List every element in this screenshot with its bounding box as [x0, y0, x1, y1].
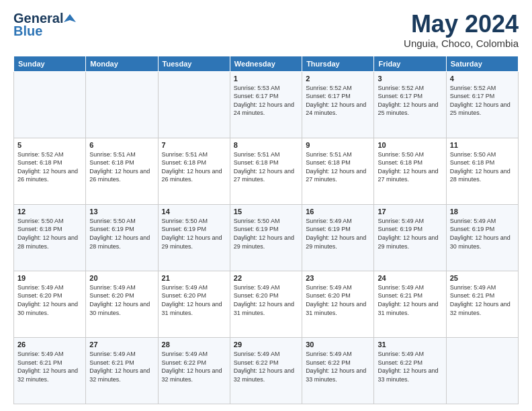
calendar-cell-4-2: 20 Sunrise: 5:49 AMSunset: 6:20 PMDaylig…: [86, 271, 158, 337]
calendar-cell-5-7: [446, 337, 518, 404]
day-number: 15: [234, 208, 298, 216]
calendar-week-3: 12 Sunrise: 5:50 AMSunset: 6:18 PMDaylig…: [14, 204, 519, 271]
calendar-week-1: 1 Sunrise: 5:53 AMSunset: 6:17 PMDayligh…: [14, 71, 519, 138]
day-number: 2: [306, 75, 370, 83]
day-info: Sunrise: 5:49 AMSunset: 6:20 PMDaylight:…: [89, 283, 154, 317]
day-info: Sunrise: 5:51 AMSunset: 6:18 PMDaylight:…: [162, 150, 226, 184]
day-info: Sunrise: 5:49 AMSunset: 6:20 PMDaylight:…: [306, 283, 370, 317]
day-number: 26: [17, 340, 82, 349]
day-info: Sunrise: 5:52 AMSunset: 6:17 PMDaylight:…: [378, 84, 442, 118]
calendar-cell-1-1: [14, 71, 86, 138]
calendar-cell-4-1: 19 Sunrise: 5:49 AMSunset: 6:20 PMDaylig…: [14, 271, 86, 337]
calendar-cell-4-7: 25 Sunrise: 5:49 AMSunset: 6:21 PMDaylig…: [446, 271, 518, 337]
day-number: 20: [89, 274, 154, 282]
calendar-cell-2-4: 8 Sunrise: 5:51 AMSunset: 6:18 PMDayligh…: [230, 138, 302, 204]
day-info: Sunrise: 5:50 AMSunset: 6:19 PMDaylight:…: [234, 217, 298, 250]
calendar-cell-2-7: 11 Sunrise: 5:50 AMSunset: 6:18 PMDaylig…: [446, 138, 518, 204]
month-title: May 2024: [404, 11, 519, 38]
calendar-cell-5-1: 26 Sunrise: 5:49 AMSunset: 6:21 PMDaylig…: [14, 337, 86, 404]
weekday-header-saturday: Saturday: [446, 56, 518, 71]
day-number: 21: [162, 274, 226, 282]
day-number: 1: [234, 75, 298, 83]
day-info: Sunrise: 5:51 AMSunset: 6:18 PMDaylight:…: [234, 150, 298, 184]
calendar-cell-4-4: 22 Sunrise: 5:49 AMSunset: 6:20 PMDaylig…: [230, 271, 302, 337]
day-info: Sunrise: 5:49 AMSunset: 6:19 PMDaylight:…: [306, 217, 370, 250]
day-info: Sunrise: 5:52 AMSunset: 6:18 PMDaylight:…: [17, 150, 82, 184]
calendar-cell-1-3: [158, 71, 230, 138]
calendar-cell-5-6: 31 Sunrise: 5:49 AMSunset: 6:22 PMDaylig…: [374, 337, 446, 404]
day-number: 10: [378, 141, 442, 149]
location: Unguia, Choco, Colombia: [404, 38, 519, 49]
weekday-header-monday: Monday: [86, 56, 158, 71]
day-info: Sunrise: 5:49 AMSunset: 6:20 PMDaylight:…: [234, 283, 298, 317]
day-number: 14: [162, 208, 226, 216]
day-info: Sunrise: 5:52 AMSunset: 6:17 PMDaylight:…: [306, 84, 370, 118]
weekday-header-thursday: Thursday: [302, 56, 374, 71]
day-number: 19: [17, 274, 82, 282]
calendar-week-5: 26 Sunrise: 5:49 AMSunset: 6:21 PMDaylig…: [14, 337, 519, 404]
logo-bird-icon: [64, 13, 76, 25]
calendar-week-4: 19 Sunrise: 5:49 AMSunset: 6:20 PMDaylig…: [14, 271, 519, 337]
day-number: 17: [378, 208, 442, 216]
calendar-cell-3-5: 16 Sunrise: 5:49 AMSunset: 6:19 PMDaylig…: [302, 204, 374, 271]
day-info: Sunrise: 5:50 AMSunset: 6:19 PMDaylight:…: [89, 217, 154, 250]
day-info: Sunrise: 5:49 AMSunset: 6:20 PMDaylight:…: [162, 283, 226, 317]
day-info: Sunrise: 5:49 AMSunset: 6:21 PMDaylight:…: [378, 283, 442, 317]
day-number: 16: [306, 208, 370, 216]
day-number: 11: [450, 141, 515, 149]
calendar-cell-5-5: 30 Sunrise: 5:49 AMSunset: 6:22 PMDaylig…: [302, 337, 374, 404]
day-info: Sunrise: 5:49 AMSunset: 6:22 PMDaylight:…: [162, 350, 226, 383]
calendar-week-2: 5 Sunrise: 5:52 AMSunset: 6:18 PMDayligh…: [14, 138, 519, 204]
day-number: 9: [306, 141, 370, 149]
day-number: 31: [378, 340, 442, 349]
calendar-cell-3-2: 13 Sunrise: 5:50 AMSunset: 6:19 PMDaylig…: [86, 204, 158, 271]
calendar-table: SundayMondayTuesdayWednesdayThursdayFrid…: [13, 56, 519, 404]
day-number: 6: [89, 141, 154, 149]
day-number: 3: [378, 75, 442, 83]
day-info: Sunrise: 5:53 AMSunset: 6:17 PMDaylight:…: [234, 84, 298, 118]
day-number: 5: [17, 141, 82, 149]
day-info: Sunrise: 5:49 AMSunset: 6:19 PMDaylight:…: [450, 217, 515, 250]
day-info: Sunrise: 5:49 AMSunset: 6:20 PMDaylight:…: [17, 283, 82, 317]
day-info: Sunrise: 5:51 AMSunset: 6:18 PMDaylight:…: [89, 150, 154, 184]
day-number: 30: [306, 340, 370, 349]
calendar-cell-1-7: 4 Sunrise: 5:52 AMSunset: 6:17 PMDayligh…: [446, 71, 518, 138]
day-number: 7: [162, 141, 226, 149]
calendar-cell-3-4: 15 Sunrise: 5:50 AMSunset: 6:19 PMDaylig…: [230, 204, 302, 271]
calendar-cell-5-4: 29 Sunrise: 5:49 AMSunset: 6:22 PMDaylig…: [230, 337, 302, 404]
weekday-header-friday: Friday: [374, 56, 446, 71]
day-info: Sunrise: 5:52 AMSunset: 6:17 PMDaylight:…: [450, 84, 515, 118]
day-info: Sunrise: 5:49 AMSunset: 6:22 PMDaylight:…: [306, 350, 370, 383]
day-number: 27: [89, 340, 154, 349]
calendar-cell-4-3: 21 Sunrise: 5:49 AMSunset: 6:20 PMDaylig…: [158, 271, 230, 337]
day-info: Sunrise: 5:50 AMSunset: 6:18 PMDaylight:…: [17, 217, 82, 250]
day-info: Sunrise: 5:50 AMSunset: 6:18 PMDaylight:…: [450, 150, 515, 184]
day-number: 29: [234, 340, 298, 349]
day-number: 24: [378, 274, 442, 282]
weekday-header-sunday: Sunday: [14, 56, 86, 71]
calendar-cell-2-1: 5 Sunrise: 5:52 AMSunset: 6:18 PMDayligh…: [14, 138, 86, 204]
title-block: May 2024 Unguia, Choco, Colombia: [404, 11, 519, 49]
weekday-header-wednesday: Wednesday: [230, 56, 302, 71]
calendar-cell-3-7: 18 Sunrise: 5:49 AMSunset: 6:19 PMDaylig…: [446, 204, 518, 271]
calendar-cell-1-6: 3 Sunrise: 5:52 AMSunset: 6:17 PMDayligh…: [374, 71, 446, 138]
calendar-cell-2-6: 10 Sunrise: 5:50 AMSunset: 6:18 PMDaylig…: [374, 138, 446, 204]
calendar-cell-3-6: 17 Sunrise: 5:49 AMSunset: 6:19 PMDaylig…: [374, 204, 446, 271]
calendar-cell-5-2: 27 Sunrise: 5:49 AMSunset: 6:21 PMDaylig…: [86, 337, 158, 404]
svg-marker-0: [64, 14, 76, 22]
day-number: 28: [162, 340, 226, 349]
day-info: Sunrise: 5:50 AMSunset: 6:18 PMDaylight:…: [378, 150, 442, 184]
calendar-cell-1-2: [86, 71, 158, 138]
calendar-cell-3-3: 14 Sunrise: 5:50 AMSunset: 6:19 PMDaylig…: [158, 204, 230, 271]
day-number: 8: [234, 141, 298, 149]
calendar-cell-4-6: 24 Sunrise: 5:49 AMSunset: 6:21 PMDaylig…: [374, 271, 446, 337]
day-info: Sunrise: 5:49 AMSunset: 6:22 PMDaylight:…: [234, 350, 298, 383]
day-info: Sunrise: 5:49 AMSunset: 6:21 PMDaylight:…: [17, 350, 82, 383]
day-number: 18: [450, 208, 515, 216]
calendar-cell-4-5: 23 Sunrise: 5:49 AMSunset: 6:20 PMDaylig…: [302, 271, 374, 337]
day-info: Sunrise: 5:49 AMSunset: 6:22 PMDaylight:…: [378, 350, 442, 383]
calendar-cell-1-5: 2 Sunrise: 5:52 AMSunset: 6:17 PMDayligh…: [302, 71, 374, 138]
day-info: Sunrise: 5:50 AMSunset: 6:19 PMDaylight:…: [162, 217, 226, 250]
calendar-cell-5-3: 28 Sunrise: 5:49 AMSunset: 6:22 PMDaylig…: [158, 337, 230, 404]
calendar-cell-1-4: 1 Sunrise: 5:53 AMSunset: 6:17 PMDayligh…: [230, 71, 302, 138]
